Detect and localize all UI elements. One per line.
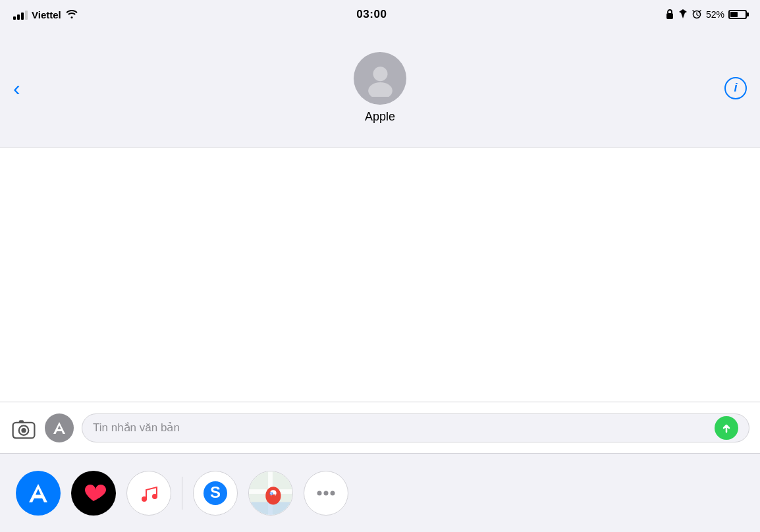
battery-icon [728, 10, 747, 19]
svg-point-3 [368, 82, 393, 97]
dock-app-more[interactable] [304, 471, 348, 516]
svg-rect-6 [19, 420, 24, 423]
svg-point-9 [152, 494, 157, 499]
imessage-apps-button[interactable] [45, 413, 74, 442]
alarm-icon [692, 9, 702, 21]
svg-point-20 [324, 491, 329, 495]
svg-text:G: G [269, 490, 273, 496]
nav-bar: ‹ Apple i [0, 29, 760, 147]
dock-divider [182, 477, 182, 510]
dock-app-maps[interactable]: G [248, 471, 293, 516]
battery-percent-label: 52% [706, 9, 724, 20]
message-area [0, 147, 760, 402]
dock-app-fitness[interactable] [71, 471, 116, 516]
message-placeholder: Tin nhắn văn bản [93, 421, 709, 435]
dock-app-shazam[interactable]: S [193, 471, 238, 516]
input-toolbar: Tin nhắn văn bản [0, 402, 760, 453]
svg-point-8 [142, 496, 147, 502]
lock-icon [665, 9, 674, 21]
clock: 03:00 [356, 8, 387, 21]
svg-point-21 [331, 491, 335, 495]
message-text-input[interactable]: Tin nhắn văn bản [82, 413, 749, 442]
svg-text:S: S [210, 483, 221, 501]
info-button[interactable]: i [724, 77, 747, 99]
carrier-label: Viettel [32, 9, 61, 20]
back-button[interactable]: ‹ [13, 78, 20, 99]
signal-bars-icon [13, 9, 28, 20]
wifi-icon [65, 8, 78, 21]
camera-button[interactable] [11, 415, 37, 441]
send-button[interactable] [715, 416, 738, 440]
contact-avatar [354, 52, 406, 105]
status-bar: Viettel 03:00 [0, 0, 760, 29]
dock-app-appstore[interactable] [16, 471, 61, 516]
location-icon [678, 9, 688, 21]
svg-rect-0 [666, 13, 673, 19]
svg-point-7 [21, 428, 26, 433]
svg-point-2 [373, 66, 387, 81]
app-dock: S G [0, 453, 760, 532]
dock-app-music[interactable] [126, 471, 171, 516]
contact-name-label: Apple [365, 110, 395, 124]
status-right: 52% [665, 9, 747, 21]
status-left: Viettel [13, 8, 78, 21]
svg-point-19 [317, 491, 322, 495]
